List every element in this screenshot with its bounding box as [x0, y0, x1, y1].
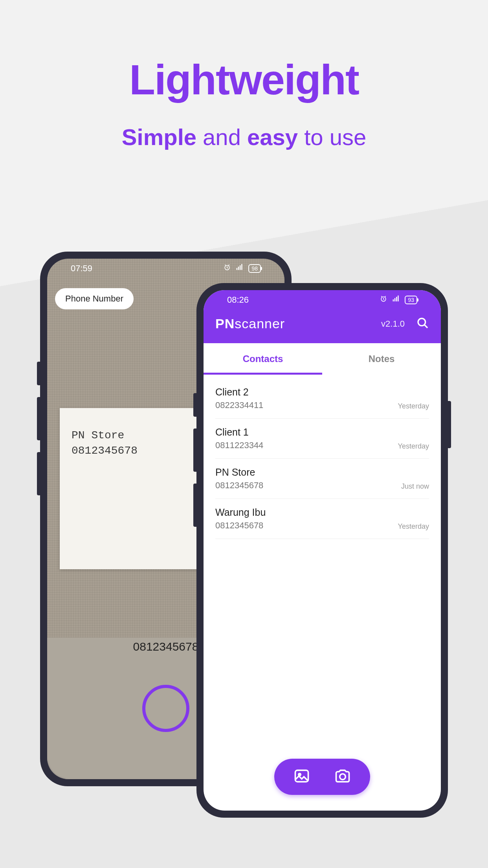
contact-phone: 0822334411: [215, 400, 263, 410]
svg-point-14: [340, 774, 346, 780]
search-icon[interactable]: [416, 317, 429, 331]
svg-line-11: [424, 325, 427, 328]
status-bar: 08:26 93: [204, 290, 441, 310]
phone-side-button: [193, 428, 196, 472]
alarm-icon: [380, 295, 387, 305]
subhead-bold1: Simple: [122, 124, 196, 150]
svg-rect-6: [393, 300, 394, 302]
camera-icon[interactable]: [334, 767, 351, 786]
contacts-list: Client 2 0822334411 Yesterday Client 1 0…: [204, 375, 441, 543]
signal-icon: [392, 295, 400, 305]
contact-time: Yesterday: [398, 402, 429, 410]
phone-contacts: 08:26 93 PNscanner v2.1.0: [196, 283, 448, 818]
receipt-name: PN Store: [72, 428, 205, 443]
battery-indicator: 93: [405, 296, 417, 304]
contact-phone: 0812345678: [215, 480, 263, 491]
title-bar-right: v2.1.0: [381, 317, 429, 331]
contact-name: Client 2: [215, 386, 263, 398]
scan-mode-chip[interactable]: Phone Number: [55, 288, 134, 309]
tab-bar: Contacts Notes: [204, 343, 441, 375]
app-title-thin: scanner: [235, 316, 285, 331]
app-title: PNscanner: [215, 316, 285, 331]
battery-indicator: 98: [248, 264, 261, 273]
receipt-phone: 0812345678: [72, 443, 205, 458]
marketing-subhead: Simple and easy to use: [0, 124, 488, 150]
contact-time: Just now: [401, 482, 429, 491]
app-version: v2.1.0: [381, 319, 405, 329]
svg-rect-7: [394, 298, 396, 301]
contact-phone: 0812345678: [215, 520, 266, 531]
subhead-bold2: easy: [247, 124, 298, 150]
svg-rect-3: [240, 265, 241, 270]
subhead-light1: and: [196, 124, 247, 150]
app-header: 08:26 93 PNscanner v2.1.0: [204, 290, 441, 343]
app-title-bold: PN: [215, 316, 235, 331]
contacts-screen: 08:26 93 PNscanner v2.1.0: [204, 290, 441, 811]
contact-name: Client 1: [215, 427, 263, 438]
svg-rect-1: [237, 268, 238, 270]
subhead-light2: to use: [298, 124, 366, 150]
signal-icon: [236, 263, 244, 274]
contact-name: Warung Ibu: [215, 507, 266, 518]
list-item[interactable]: PN Store 0812345678 Just now: [215, 459, 429, 499]
svg-rect-9: [398, 296, 399, 302]
status-time: 08:26: [227, 295, 249, 305]
marketing-headline: Lightweight: [0, 55, 488, 104]
svg-rect-4: [242, 264, 243, 270]
contact-time: Yesterday: [398, 442, 429, 451]
phone-side-button: [37, 362, 40, 385]
contact-time: Yesterday: [398, 522, 429, 531]
phone-side-button: [37, 452, 40, 495]
alarm-icon: [223, 263, 231, 274]
phone-side-button: [193, 484, 196, 527]
status-icons: 98: [223, 263, 261, 274]
contact-phone: 0811223344: [215, 440, 263, 451]
phone-side-button: [37, 397, 40, 440]
svg-point-10: [418, 318, 426, 326]
list-item[interactable]: Client 2 0822334411 Yesterday: [215, 379, 429, 419]
status-time: 07:59: [71, 263, 92, 274]
shutter-button[interactable]: [142, 685, 189, 732]
list-item[interactable]: Client 1 0811223344 Yesterday: [215, 419, 429, 459]
fab-action-bar: [274, 759, 370, 795]
gallery-icon[interactable]: [293, 767, 310, 786]
contact-name: PN Store: [215, 467, 263, 478]
tab-contacts[interactable]: Contacts: [204, 343, 322, 375]
phone-side-button: [448, 401, 451, 448]
status-bar: 07:59 98: [47, 259, 284, 278]
title-bar: PNscanner v2.1.0: [204, 310, 441, 335]
list-item[interactable]: Warung Ibu 0812345678 Yesterday: [215, 499, 429, 539]
status-icons: 93: [380, 295, 417, 305]
phone-side-button: [193, 393, 196, 417]
svg-rect-8: [396, 297, 397, 302]
tab-notes[interactable]: Notes: [322, 343, 441, 375]
svg-rect-2: [238, 267, 239, 270]
